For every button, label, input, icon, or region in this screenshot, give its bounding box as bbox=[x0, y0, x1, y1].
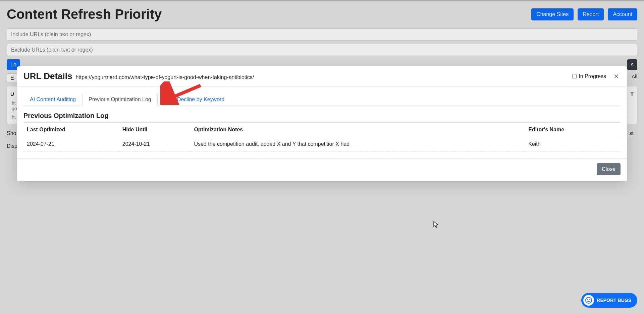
report-bugs-label: REPORT BUGS bbox=[597, 298, 631, 303]
col-last-optimized: Last Optimized bbox=[23, 123, 119, 137]
optimization-log-table: Last Optimized Hide Until Optimization N… bbox=[23, 122, 621, 151]
modal-body: AI Content Auditing Previous Optimizatio… bbox=[17, 86, 627, 155]
modal-title-wrap: URL Details https://yogurtnerd.com/what-… bbox=[23, 71, 572, 81]
modal-url: https://yogurtnerd.com/what-type-of-yogu… bbox=[75, 74, 254, 80]
col-editors-name: Editor's Name bbox=[525, 123, 621, 137]
col-optimization-notes: Optimization Notes bbox=[191, 123, 525, 137]
modal-header-right: In Progress ✕ bbox=[572, 72, 621, 80]
modal-footer: Close bbox=[17, 158, 627, 181]
svg-point-2 bbox=[586, 297, 592, 303]
cell-editor: Keith bbox=[525, 137, 621, 151]
svg-point-4 bbox=[589, 299, 590, 300]
close-button[interactable]: Close bbox=[597, 163, 621, 175]
modal-tabs: AI Content Auditing Previous Optimizatio… bbox=[23, 92, 621, 106]
svg-point-3 bbox=[587, 299, 588, 300]
smiley-icon bbox=[583, 295, 594, 306]
close-icon[interactable]: ✕ bbox=[612, 72, 621, 80]
url-details-modal: URL Details https://yogurtnerd.com/what-… bbox=[17, 66, 627, 181]
modal-title: URL Details bbox=[23, 71, 72, 81]
cell-last-optimized: 2024-07-21 bbox=[23, 137, 119, 151]
tab-ai-content-auditing[interactable]: AI Content Auditing bbox=[23, 93, 82, 106]
section-title: Previous Optimization Log bbox=[23, 112, 621, 120]
col-hide-until: Hide Until bbox=[119, 123, 191, 137]
in-progress-wrap[interactable]: In Progress bbox=[572, 73, 606, 79]
tab-previous-optimization-log[interactable]: Previous Optimization Log bbox=[82, 93, 158, 106]
table-header-row: Last Optimized Hide Until Optimization N… bbox=[23, 123, 621, 137]
table-row: 2024-07-21 2024-10-21 Used the competiti… bbox=[23, 137, 621, 151]
tab-click-decline-by-keyword[interactable]: Click Decline by Keyword bbox=[158, 93, 231, 106]
in-progress-checkbox[interactable] bbox=[572, 74, 577, 78]
modal-header: URL Details https://yogurtnerd.com/what-… bbox=[17, 66, 627, 86]
report-bugs-button[interactable]: REPORT BUGS bbox=[581, 293, 637, 308]
cell-notes: Used the competition audit, added X and … bbox=[191, 137, 525, 151]
cell-hide-until: 2024-10-21 bbox=[119, 137, 191, 151]
in-progress-label: In Progress bbox=[579, 73, 606, 79]
